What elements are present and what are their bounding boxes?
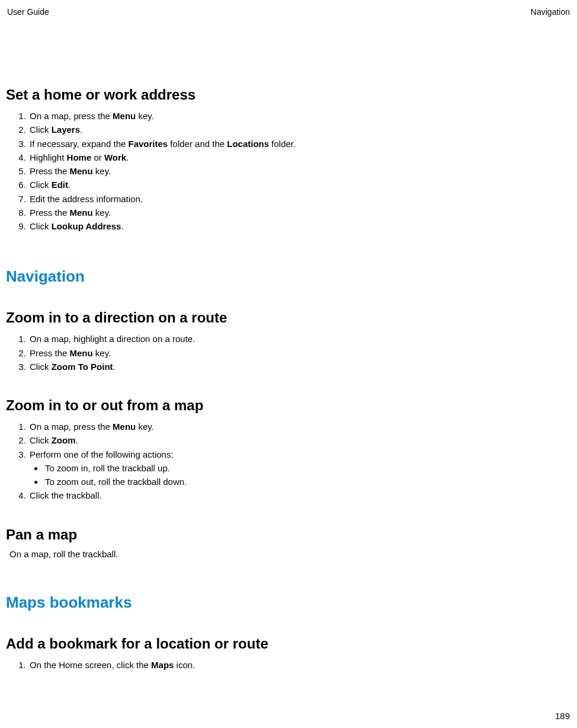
steps-set-home: On a map, press the Menu key. Click Laye… <box>6 109 571 233</box>
step: On the Home screen, click the Maps icon. <box>28 658 571 672</box>
step: Click Layers. <box>28 123 571 136</box>
page-header: User Guide Navigation <box>6 7 571 17</box>
step: Click Zoom To Point. <box>28 360 571 373</box>
header-left: User Guide <box>7 7 49 17</box>
step: Press the Menu key. <box>28 206 571 219</box>
heading-set-home: Set a home or work address <box>6 87 571 103</box>
heading-pan-map: Pan a map <box>6 526 571 543</box>
section-add-bookmark: Add a bookmark for a location or route O… <box>6 636 571 672</box>
step: On a map, press the Menu key. <box>28 109 571 123</box>
heading-navigation: Navigation <box>6 267 571 286</box>
substep: To zoom in, roll the trackball up. <box>44 461 571 475</box>
steps-add-bookmark: On the Home screen, click the Maps icon. <box>6 658 571 672</box>
step: On a map, highlight a direction on a rou… <box>28 332 571 346</box>
substeps-zoom-map: To zoom in, roll the trackball up. To zo… <box>30 461 571 489</box>
page-number: 189 <box>555 711 570 721</box>
substep: To zoom out, roll the trackball down. <box>44 475 571 488</box>
section-zoom-map: Zoom in to or out from a map On a map, p… <box>6 397 571 503</box>
step: Click Edit. <box>28 178 571 191</box>
section-zoom-direction: Zoom in to a direction on a route On a m… <box>6 309 571 373</box>
step: Press the Menu key. <box>28 164 571 178</box>
step: Edit the address information. <box>28 192 571 206</box>
step: Click the trackball. <box>28 488 571 502</box>
heading-zoom-direction: Zoom in to a direction on a route <box>6 309 571 326</box>
step: If necessary, expand the Favorites folde… <box>28 137 571 151</box>
step: Perform one of the following actions: To… <box>28 448 571 489</box>
step: On a map, press the Menu key. <box>28 420 571 433</box>
section-set-home: Set a home or work address On a map, pre… <box>6 87 571 233</box>
step: Highlight Home or Work. <box>28 151 571 164</box>
steps-zoom-map: On a map, press the Menu key. Click Zoom… <box>6 420 571 503</box>
step: Click Lookup Address. <box>28 219 571 233</box>
step: Click Zoom. <box>28 433 571 447</box>
steps-zoom-direction: On a map, highlight a direction on a rou… <box>6 332 571 373</box>
section-pan-map: Pan a map On a map, roll the trackball. <box>6 526 571 559</box>
body-pan-map: On a map, roll the trackball. <box>9 549 571 559</box>
header-right: Navigation <box>531 7 570 17</box>
heading-zoom-map: Zoom in to or out from a map <box>6 397 571 414</box>
heading-maps-bookmarks: Maps bookmarks <box>6 593 571 612</box>
step: Press the Menu key. <box>28 346 571 360</box>
heading-add-bookmark: Add a bookmark for a location or route <box>6 636 571 652</box>
page: User Guide Navigation Set a home or work… <box>0 0 577 728</box>
page-content: Set a home or work address On a map, pre… <box>6 17 571 672</box>
